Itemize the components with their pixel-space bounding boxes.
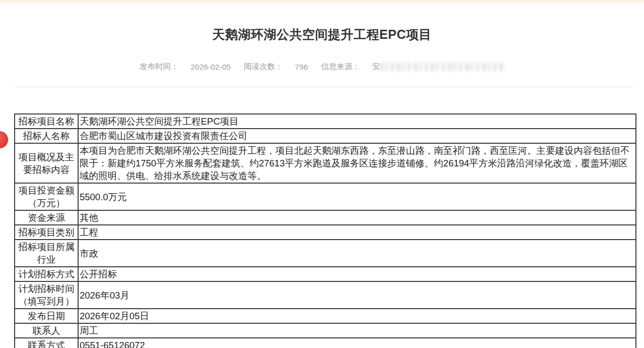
tender-info-table: 招标项目名称 天鹅湖环湖公共空间提升工程EPC项目 招标人名称 合肥市蜀山区城市… — [14, 113, 636, 348]
table-row: 联系人 周工 — [15, 323, 636, 338]
row-label: 联系人 — [15, 323, 78, 338]
table-row: 项目投资金额（万元） 5500.0万元 — [15, 183, 636, 210]
row-label: 联系方式 — [15, 338, 78, 348]
row-label: 招标项目类别 — [15, 225, 78, 240]
row-label: 招标人名称 — [15, 129, 78, 143]
row-value: 2026年02月05日 — [78, 309, 636, 323]
table-row: 发布日期 2026年02月05日 — [15, 309, 636, 323]
row-value: 0551-65126072 — [78, 338, 636, 348]
row-value: 合肥市蜀山区城市建设投资有限责任公司 — [78, 129, 636, 143]
row-label: 项目投资金额（万元） — [15, 183, 78, 210]
table-row: 招标项目所属行业 市政 — [15, 240, 636, 267]
table-row: 招标项目名称 天鹅湖环湖公共空间提升工程EPC项目 — [15, 114, 636, 129]
row-label: 计划招标时间（填写到月） — [15, 281, 78, 309]
source-label: 信息来源： — [321, 62, 360, 72]
table-row: 招标人名称 合肥市蜀山区城市建设投资有限责任公司 — [15, 129, 636, 143]
views-label: 阅读次数： — [244, 62, 283, 72]
row-value: 市政 — [78, 240, 636, 267]
row-value: 天鹅湖环湖公共空间提升工程EPC项目 — [78, 114, 636, 129]
table-row: 计划招标方式 公开招标 — [15, 267, 636, 281]
row-label: 项目概况及主要招标内容 — [15, 143, 78, 183]
article-meta: 发布时间： 2026-02-05 阅读次数： 796 信息来源： 安 — [0, 62, 644, 72]
row-value: 其他 — [78, 210, 636, 225]
row-label: 招标项目名称 — [15, 114, 78, 129]
page-title: 天鹅湖环湖公共空间提升工程EPC项目 — [0, 26, 644, 43]
row-value: 工程 — [78, 225, 636, 240]
row-value: 公开招标 — [78, 267, 636, 281]
publish-time-label: 发布时间： — [140, 62, 179, 72]
table-row: 计划招标时间（填写到月） 2026年03月 — [15, 281, 636, 309]
row-label: 资金来源 — [15, 210, 78, 225]
row-value: 2026年03月 — [78, 281, 636, 309]
row-value: 本项目为合肥市天鹅湖环湖公共空间提升工程，项目北起天鹅湖东西路，东至潜山路，南至… — [78, 143, 636, 183]
header-divider — [14, 87, 633, 87]
table-row: 项目概况及主要招标内容 本项目为合肥市天鹅湖环湖公共空间提升工程，项目北起天鹅湖… — [15, 143, 636, 183]
row-label: 发布日期 — [15, 309, 78, 323]
row-value: 周工 — [78, 323, 636, 338]
floating-red-widget[interactable] — [0, 131, 8, 148]
row-value: 5500.0万元 — [78, 183, 636, 210]
table-row: 联系方式 0551-65126072 — [15, 338, 636, 348]
publish-time-value: 2026-02-05 — [190, 63, 230, 72]
row-label: 招标项目所属行业 — [15, 240, 78, 267]
row-label: 计划招标方式 — [15, 267, 78, 281]
source-redacted-blur — [380, 63, 504, 71]
views-value: 796 — [295, 63, 308, 72]
top-accent-bar — [0, 0, 644, 4]
table-row: 招标项目类别 工程 — [15, 225, 636, 240]
source-value-prefix: 安 — [372, 62, 380, 72]
table-row: 资金来源 其他 — [15, 210, 636, 225]
